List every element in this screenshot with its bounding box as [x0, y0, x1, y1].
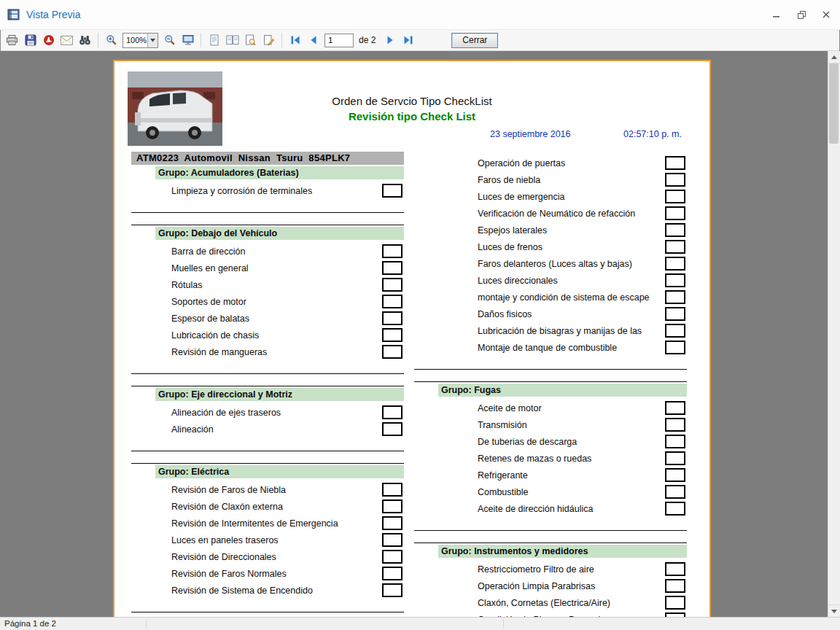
restore-icon: [798, 11, 806, 19]
checklist-item-label: Operación de puertas: [478, 158, 665, 168]
vehicle-header: ATM0223 Automovil Nissan Tsuru 854PLK7: [131, 152, 404, 165]
checklist-item-label: Aceite de dirección hidáulica: [478, 504, 665, 514]
checkbox: [382, 261, 402, 275]
section-divider: [414, 530, 687, 531]
checklist-left-column: ATM0223 Automovil Nissan Tsuru 854PLK7 G…: [131, 152, 404, 612]
checklist-item-label: Revisión de Direccionales: [171, 552, 382, 562]
titlebar: Vista Previa: [0, 0, 840, 30]
full-page-view-button[interactable]: [179, 31, 196, 49]
next-page-button[interactable]: [381, 31, 398, 49]
zoom-in-button[interactable]: [103, 31, 120, 49]
scroll-down-arrow[interactable]: [828, 604, 840, 617]
document-time: 02:57:10 p. m.: [623, 129, 682, 139]
restore-button[interactable]: [795, 8, 808, 21]
group-header: Grupo: Eléctrica: [155, 465, 404, 478]
export-pdf-button[interactable]: [40, 31, 57, 49]
page-zoom-icon: [245, 34, 256, 46]
checklist-item: Soportes de motor: [131, 293, 404, 310]
checklist-item-label: Revisión de Intermitentes de Emergencia: [171, 518, 382, 529]
checkbox: [665, 240, 685, 254]
two-page-button[interactable]: [224, 31, 241, 49]
checklist-item-label: Revisión de Faros de Niebla: [171, 485, 382, 495]
group-header: Grupo: Debajo del Vehículo: [155, 227, 404, 240]
monitor-icon: [182, 34, 194, 46]
scrollbar-thumb[interactable]: [829, 63, 839, 144]
vertical-scrollbar[interactable]: [828, 51, 840, 617]
checklist-item: Operación Limpia Parabrisas: [414, 578, 687, 594]
checklist-item: Refrigerante: [414, 467, 687, 483]
scroll-up-arrow[interactable]: [828, 51, 840, 63]
email-button[interactable]: [58, 31, 75, 49]
first-page-button[interactable]: [287, 31, 303, 49]
cerrar-button[interactable]: Cerrar: [451, 33, 498, 48]
checklist-item: Lubricación de chasis: [131, 327, 404, 343]
checklist-item: Luces de emergencia: [414, 188, 687, 205]
checklist-item-label: Faros delanteros (Luces altas y bajas): [478, 259, 665, 269]
page-setup-button[interactable]: [260, 31, 277, 49]
checkbox: [382, 483, 402, 497]
truck-photo: [128, 71, 222, 146]
section-divider: [414, 542, 687, 543]
page-edit-icon: [263, 34, 275, 46]
checklist-item-label: Daños fisicos: [478, 309, 665, 319]
checklist-item-label: Lubricación de chasis: [171, 330, 382, 341]
zoom-value: 100%: [123, 34, 147, 47]
checkbox: [665, 468, 685, 482]
group-header: Grupo: Eje direccional y Motriz: [155, 388, 404, 401]
page-count-label: de 2: [359, 35, 376, 45]
checklist-item: De tuberias de descarga: [414, 433, 687, 450]
save-button[interactable]: [22, 31, 39, 49]
checklist-item: Retenes de mazas o ruedas: [414, 450, 687, 467]
checklist-item: Transmisión: [414, 416, 687, 433]
close-button[interactable]: [820, 8, 833, 21]
checklist-item-label: Lubricación de bisagras y manijas de las: [478, 326, 665, 336]
checklist-item-label: Soportes de motor: [171, 297, 382, 307]
window-title: Vista Previa: [26, 9, 80, 20]
app-icon: [7, 8, 20, 21]
checkbox: [665, 562, 685, 576]
zoom-select[interactable]: 100%: [122, 33, 158, 48]
window-controls: [770, 0, 833, 29]
page-zoom-button[interactable]: [242, 31, 259, 49]
checklist-item: Espesor de balatas: [131, 310, 404, 327]
checkbox: [382, 184, 402, 198]
two-page-icon: [226, 34, 239, 46]
find-button[interactable]: [77, 31, 93, 49]
print-button[interactable]: [4, 31, 20, 49]
zoom-out-icon: [164, 34, 176, 46]
group-header: Grupo: Instrumentos y medidores: [438, 545, 687, 558]
previous-page-button[interactable]: [305, 31, 322, 49]
checklist-item: Luces de frenos: [414, 238, 687, 255]
checklist-item: Luces en paneles traseros: [131, 532, 404, 548]
minimize-button[interactable]: [770, 8, 783, 21]
toolbar-separator: [98, 33, 98, 47]
group-header: Grupo: Fugas: [438, 384, 687, 397]
vista-previa-window: Vista Previa 100% de 2 Cerra: [0, 0, 840, 630]
last-page-button[interactable]: [400, 31, 416, 49]
checkbox: [665, 451, 685, 465]
toolbar-separator: [201, 33, 201, 47]
checklist-item-label: Espesor de balatas: [171, 314, 382, 324]
checklist-item-label: Revisión de Sistema de Encendido: [171, 586, 382, 596]
checklist-item-label: Espejos laterales: [478, 225, 665, 236]
minimize-icon: [773, 11, 780, 18]
checklist-item: Verificación de Neumático de refacción: [414, 205, 687, 222]
document-title: Orden de Servcio Tipo CheckList: [114, 95, 709, 107]
single-page-button[interactable]: [206, 31, 222, 49]
zoom-out-button[interactable]: [161, 31, 178, 49]
document-subtitle: Revisión tipo Check List: [114, 110, 709, 122]
checkbox: [665, 290, 685, 304]
previous-page-icon: [308, 34, 319, 46]
checkbox: [665, 307, 685, 321]
page-number-input[interactable]: [324, 34, 354, 47]
section-divider: [131, 451, 404, 451]
checklist-item-label: Restricciometro Filtro de aire: [478, 564, 665, 575]
checklist-item-label: Montaje de tanque de combustible: [478, 343, 665, 353]
checkbox: [665, 156, 685, 170]
checklist-item-label: Alineación: [171, 424, 382, 435]
checklist-item: Muelles en general: [131, 260, 404, 276]
last-page-icon: [402, 34, 414, 46]
checklist-item-label: Faros de niebla: [478, 175, 665, 185]
checkbox: [382, 567, 402, 580]
checklist-item: Claxón, Cornetas (Electrica/Aire): [414, 594, 687, 611]
